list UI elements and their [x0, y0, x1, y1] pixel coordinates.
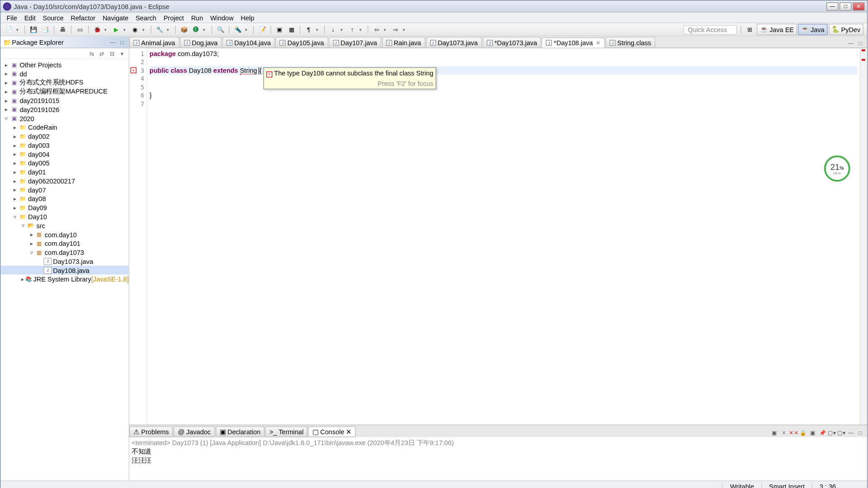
show-whitespace-icon[interactable]: ¶ — [304, 25, 313, 34]
menu-refactor[interactable]: Refactor — [67, 13, 99, 22]
view-maximize-icon[interactable]: □ — [118, 38, 126, 46]
back-icon[interactable]: ⇦ — [372, 25, 381, 34]
editor-min-icon[interactable]: — — [847, 39, 855, 47]
tree-item[interactable]: JDay1073.java — [0, 257, 128, 266]
menu-help[interactable]: Help — [237, 13, 258, 22]
editor-tab[interactable]: JRain.java — [382, 37, 425, 48]
minimize-button[interactable]: — — [826, 2, 838, 10]
tree-item[interactable]: ▸📚JRE System Library [JavaSE-1.8] — [0, 275, 128, 284]
tree-item[interactable]: ▸▣dd — [0, 69, 128, 78]
tree-item[interactable]: ▸📁day005 — [0, 159, 128, 168]
editor-tab[interactable]: J*Day108.java✕ — [542, 38, 605, 48]
block-select-icon[interactable]: ▦ — [287, 25, 296, 34]
tree-item[interactable]: ▸📁Day09 — [0, 203, 128, 212]
tree-item[interactable]: ▸📁day004 — [0, 150, 128, 159]
perspective-java[interactable]: ☕Java — [798, 24, 827, 35]
tree-item[interactable]: ▿▣2020 — [0, 114, 128, 123]
save-icon[interactable]: 💾 — [28, 25, 38, 34]
close-tab-icon[interactable]: ✕ — [596, 40, 601, 46]
console-min-icon[interactable]: — — [847, 429, 855, 437]
bottom-tab-problems[interactable]: ⚠Problems — [129, 427, 173, 437]
console-scroll-icon[interactable]: 🔒 — [799, 429, 807, 437]
tree-item[interactable]: ▿📂src — [0, 221, 128, 230]
search-icon[interactable]: 🔦 — [233, 25, 242, 34]
toggle-mark-icon[interactable]: ▣ — [275, 25, 284, 34]
coverage-icon[interactable]: ◉ — [131, 25, 140, 34]
collapse-all-icon[interactable]: ⇆ — [88, 49, 96, 57]
editor-tab[interactable]: JDog.java — [180, 37, 222, 48]
save-all-icon[interactable]: 📑 — [41, 25, 50, 34]
menu-window[interactable]: Window — [207, 13, 237, 22]
build-icon[interactable]: ▭ — [75, 25, 85, 34]
console-clear-icon[interactable]: ▣ — [809, 429, 817, 437]
editor-tab[interactable]: JDay107.java — [329, 37, 381, 48]
tree-item[interactable]: ▸📁day07 — [0, 185, 128, 194]
package-tree[interactable]: ▸▣Other Projects▸▣dd▸▣分布式文件系统HDFS▸▣分布式编程… — [0, 59, 128, 480]
bottom-tab-javadoc[interactable]: @Javadoc — [174, 427, 215, 437]
tree-item[interactable]: ▸📁day003 — [0, 141, 128, 150]
tree-item[interactable]: ▿▦com.day1073 — [0, 248, 128, 257]
filter-icon[interactable]: ⊟ — [108, 49, 116, 57]
bottom-tab-console[interactable]: ▢Console✕ — [308, 427, 356, 437]
menu-edit[interactable]: Edit — [21, 13, 39, 22]
console-removeall-icon[interactable]: ✕✕ — [789, 429, 797, 437]
console-display-icon[interactable]: ▢▾ — [828, 429, 836, 437]
maximize-button[interactable]: □ — [840, 2, 851, 10]
tree-item[interactable]: ▿📁Day10 — [0, 212, 128, 221]
code-editor[interactable]: ×The type Day108 cannot subclass the fin… — [147, 48, 860, 425]
perspective-pydev[interactable]: 🐍PyDev — [829, 24, 863, 35]
tree-item[interactable]: ▸▦com.day10 — [0, 230, 128, 239]
next-ann-icon[interactable]: ↓ — [328, 25, 338, 34]
fwd-icon[interactable]: ⇨ — [391, 25, 401, 34]
editor-tab[interactable]: JDay1073.java — [426, 37, 482, 48]
console-close-icon[interactable]: ▣ — [770, 429, 778, 437]
annotation-icon[interactable]: 📝 — [257, 25, 267, 34]
new-icon[interactable]: 📄 — [4, 25, 14, 34]
console-max-icon[interactable]: □ — [856, 429, 864, 437]
tree-item[interactable]: JDay108.java — [0, 266, 128, 275]
editor-tab[interactable]: JString.class — [605, 37, 656, 48]
open-type-icon[interactable]: 🔍 — [216, 25, 225, 34]
error-marker-icon[interactable]: × — [131, 67, 137, 73]
tree-item[interactable]: ▸📁day01 — [0, 167, 128, 176]
console-new-icon[interactable]: ▢▾ — [837, 429, 845, 437]
tree-item[interactable]: ▸▦com.day101 — [0, 239, 128, 248]
perspective-java-ee[interactable]: ☕Java EE — [757, 24, 797, 35]
tree-item[interactable]: ▸📁day002 — [0, 131, 128, 141]
ext-tools-icon[interactable]: 🔧 — [155, 25, 165, 34]
view-minimize-icon[interactable]: — — [108, 38, 117, 46]
console-output[interactable]: <terminated> Day1073 (1) [Java Applicati… — [129, 437, 867, 480]
print-icon[interactable]: 🖶 — [58, 25, 67, 34]
menu-source[interactable]: Source — [39, 13, 67, 22]
new-class-icon[interactable]: 🅒 — [191, 25, 201, 34]
bottom-tab-terminal[interactable]: >_Terminal — [265, 427, 308, 437]
new-pkg-icon[interactable]: 📦 — [179, 25, 189, 34]
tree-item[interactable]: ▸▣day20191026 — [0, 105, 128, 114]
link-editor-icon[interactable]: ⇄ — [98, 49, 106, 57]
quick-access-input[interactable]: Quick Access — [684, 25, 737, 34]
overview-ruler[interactable] — [860, 48, 867, 425]
open-perspective-icon[interactable]: ⊞ — [745, 25, 755, 34]
tree-item[interactable]: ▸📁CodeRain — [0, 123, 128, 132]
console-pin-icon[interactable]: 📌 — [818, 429, 826, 437]
view-menu-icon[interactable]: ▾ — [118, 49, 126, 57]
tree-item[interactable]: ▸📁day0620200217 — [0, 176, 128, 185]
editor-tab[interactable]: JAnimal.java — [129, 37, 179, 48]
tree-item[interactable]: ▸▣分布式编程框架MAPREDUCE — [0, 87, 128, 96]
tree-item[interactable]: ▸▣Other Projects — [0, 60, 128, 69]
tree-item[interactable]: ▸▣分布式文件系统HDFS — [0, 78, 128, 87]
menu-file[interactable]: File — [3, 13, 21, 22]
menu-run[interactable]: Run — [188, 13, 207, 22]
debug-icon[interactable]: 🐞 — [92, 25, 102, 34]
tree-item[interactable]: ▸▣day20191015 — [0, 96, 128, 105]
menu-search[interactable]: Search — [132, 13, 160, 22]
bottom-tab-declaration[interactable]: ▣Declaration — [216, 427, 265, 437]
editor-max-icon[interactable]: □ — [856, 39, 864, 47]
tree-item[interactable]: ▸📁day08 — [0, 194, 128, 203]
editor-tab[interactable]: JDay105.java — [275, 37, 328, 48]
editor-tab[interactable]: JDay104.java — [222, 37, 275, 48]
console-remove-icon[interactable]: ✕ — [780, 429, 788, 437]
run-icon[interactable]: ▶ — [111, 25, 121, 34]
menu-project[interactable]: Project — [160, 13, 188, 22]
prev-ann-icon[interactable]: ↑ — [347, 25, 357, 34]
